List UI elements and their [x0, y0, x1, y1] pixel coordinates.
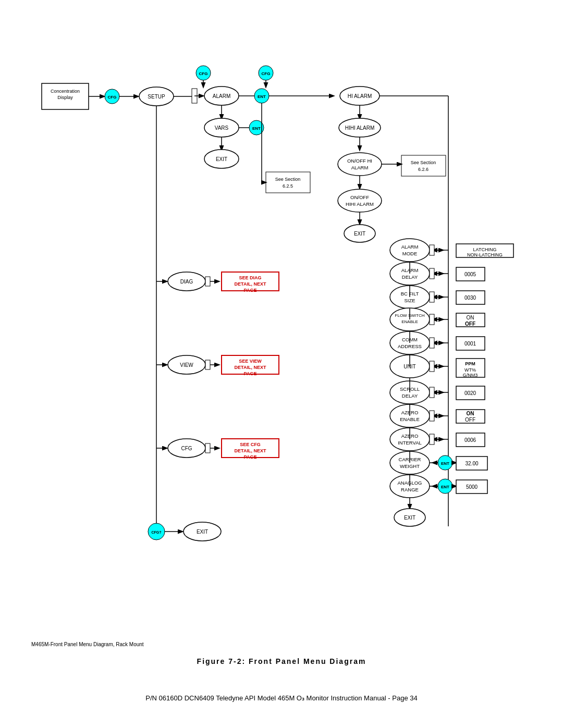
- svg-text:Concentration: Concentration: [51, 89, 80, 94]
- svg-text:DETAIL, NEXT: DETAIL, NEXT: [235, 281, 266, 287]
- svg-rect-47: [401, 155, 446, 176]
- svg-text:RANGE: RANGE: [401, 487, 419, 492]
- svg-text:ON/OFF: ON/OFF: [350, 194, 369, 200]
- svg-text:ALARM: ALARM: [401, 244, 419, 250]
- svg-text:ENABLE: ENABLE: [400, 416, 420, 422]
- svg-text:ENT: ENT: [258, 94, 266, 99]
- svg-text:ALARM: ALARM: [213, 93, 230, 99]
- svg-rect-123: [430, 411, 434, 421]
- svg-text:See Section: See Section: [275, 177, 301, 182]
- svg-text:32.00: 32.00: [465, 461, 478, 466]
- svg-text:VIEW: VIEW: [180, 362, 193, 368]
- svg-text:0005: 0005: [464, 272, 476, 277]
- diagram-svg: Concentration Display CFG SETUP CFG: [26, 31, 537, 578]
- svg-text:EXIT: EXIT: [216, 156, 227, 162]
- svg-text:ADDRESS: ADDRESS: [398, 343, 422, 349]
- svg-text:INTERVAL: INTERVAL: [398, 440, 422, 446]
- svg-text:5000: 5000: [466, 484, 478, 490]
- svg-text:Display: Display: [57, 95, 73, 100]
- svg-text:HIHI ALARM: HIHI ALARM: [345, 125, 375, 131]
- svg-rect-89: [430, 314, 434, 325]
- svg-text:OFF: OFF: [465, 321, 475, 327]
- svg-rect-132: [430, 434, 434, 445]
- svg-text:SETUP: SETUP: [148, 94, 165, 100]
- svg-text:EXIT: EXIT: [404, 515, 415, 521]
- svg-text:VARS: VARS: [215, 125, 229, 131]
- svg-text:MODE: MODE: [402, 251, 418, 256]
- svg-text:SEE DIAG: SEE DIAG: [239, 275, 261, 280]
- svg-text:DIAG: DIAG: [180, 279, 193, 285]
- svg-rect-173: [205, 277, 210, 286]
- svg-text:LATCHING: LATCHING: [473, 247, 497, 252]
- svg-text:SIZE: SIZE: [404, 298, 415, 303]
- svg-text:NON-LATCHING: NON-LATCHING: [467, 252, 503, 257]
- svg-text:ENT: ENT: [252, 126, 261, 131]
- svg-text:PAGE: PAGE: [244, 371, 257, 376]
- svg-text:6.2.5: 6.2.5: [283, 183, 293, 189]
- svg-text:0006: 0006: [464, 437, 476, 443]
- svg-text:DETAIL, NEXT: DETAIL, NEXT: [235, 365, 266, 370]
- svg-text:CFG: CFG: [181, 446, 192, 451]
- svg-text:CFG: CFG: [199, 71, 208, 76]
- svg-text:0001: 0001: [464, 341, 476, 347]
- svg-text:SEE CFG: SEE CFG: [240, 442, 261, 447]
- svg-text:ON/OFF HI: ON/OFF HI: [347, 158, 372, 164]
- page-container: Concentration Display CFG SETUP CFG: [0, 0, 563, 728]
- footer-text: P/N 06160D DCN6409 Teledyne API Model 46…: [0, 694, 563, 702]
- svg-text:PAGE: PAGE: [244, 288, 257, 293]
- svg-text:PPM: PPM: [465, 361, 475, 366]
- svg-rect-98: [430, 338, 434, 348]
- diagram-area: Concentration Display CFG SETUP CFG: [26, 31, 537, 578]
- svg-text:DETAIL, NEXT: DETAIL, NEXT: [235, 448, 266, 453]
- svg-text:CFG: CFG: [262, 71, 271, 76]
- svg-text:OFF: OFF: [465, 417, 475, 423]
- svg-text:ENT: ENT: [441, 461, 449, 466]
- footnote: M465M-Front Panel Menu Diagram, Rack Mou…: [31, 641, 144, 647]
- svg-text:EXIT: EXIT: [197, 529, 208, 535]
- svg-rect-191: [205, 443, 210, 453]
- svg-text:G/NM3: G/NM3: [463, 373, 478, 378]
- svg-text:ENT: ENT: [441, 485, 449, 489]
- svg-text:DELAY: DELAY: [402, 274, 418, 280]
- svg-rect-73: [430, 268, 434, 279]
- figure-caption: Figure 7-2: Front Panel Menu Diagram: [0, 657, 563, 665]
- svg-text:ENABLE: ENABLE: [401, 319, 418, 324]
- svg-text:EXIT: EXIT: [354, 231, 365, 237]
- svg-rect-182: [205, 360, 210, 369]
- svg-text:See Section: See Section: [411, 160, 436, 165]
- svg-text:ON: ON: [467, 315, 474, 320]
- svg-point-52: [338, 189, 382, 212]
- svg-text:DELAY: DELAY: [402, 393, 418, 399]
- svg-rect-35: [266, 172, 310, 193]
- svg-text:SEE VIEW: SEE VIEW: [239, 359, 262, 364]
- svg-point-61: [390, 239, 430, 262]
- svg-text:HI ALARM: HI ALARM: [348, 93, 372, 99]
- svg-text:0020: 0020: [464, 390, 476, 396]
- svg-text:WT%: WT%: [464, 367, 476, 373]
- svg-rect-64: [430, 245, 434, 255]
- svg-text:6.2.6: 6.2.6: [418, 167, 429, 172]
- svg-text:0030: 0030: [464, 295, 476, 301]
- svg-text:ALARM: ALARM: [351, 165, 369, 170]
- svg-rect-81: [430, 292, 434, 302]
- svg-text:ON: ON: [467, 411, 474, 416]
- svg-point-44: [338, 153, 382, 176]
- svg-text:CFG?: CFG?: [151, 530, 161, 534]
- svg-text:WEIGHT: WEIGHT: [400, 463, 420, 469]
- svg-text:CFG: CFG: [108, 95, 117, 100]
- svg-text:PAGE: PAGE: [244, 454, 257, 460]
- svg-rect-105: [430, 361, 434, 372]
- svg-rect-115: [430, 387, 434, 398]
- svg-text:HIHI ALARM: HIHI ALARM: [346, 201, 374, 207]
